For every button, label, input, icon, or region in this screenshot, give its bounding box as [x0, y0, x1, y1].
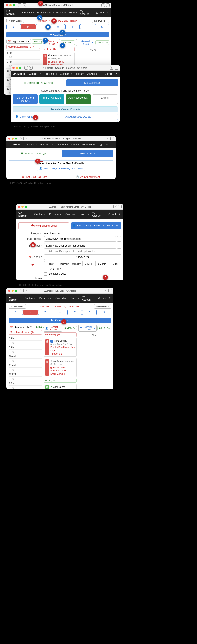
label-send-on: 📅 Send on	[18, 256, 42, 258]
marker-A: A	[37, 15, 42, 20]
add-todo-general[interactable]: Add To Do	[95, 40, 109, 45]
copyright: © 1991-2024 by Baseline Data Systems, In…	[8, 180, 54, 186]
general-todos-header[interactable]: ☰ General To Dos ▾	[76, 39, 94, 46]
select-todo-type-button[interactable]: ☰Select To Do Type	[8, 150, 60, 157]
add-desc-checkbox[interactable]	[44, 250, 47, 253]
seg-1week[interactable]: 1 Week	[82, 261, 96, 266]
reload-icon[interactable]: ↻	[23, 4, 26, 7]
day-sun[interactable]: S	[6, 24, 21, 29]
next-week-button[interactable]: next week >	[92, 19, 109, 23]
nav-help[interactable]: ?	[106, 11, 109, 14]
day-thu[interactable]: T	[65, 24, 80, 29]
email-input[interactable]	[44, 236, 116, 242]
linkedin-icon: in	[50, 340, 53, 342]
back-icon[interactable]: ←	[24, 66, 28, 70]
calendar-icon: 📅	[28, 256, 32, 258]
label-assign-to: Assign To	[18, 232, 42, 235]
contact-header-button[interactable]: 👤Vern Cowley - Rosenberg Truck Parts	[71, 222, 121, 229]
seg-today[interactable]: Today	[44, 261, 57, 266]
marker-C: C	[60, 30, 65, 35]
label-email: Email Address	[18, 238, 42, 240]
add-new-contact-button[interactable]: Add New Contact	[66, 94, 91, 104]
value-assign-to[interactable]: Alan Eastwood	[44, 232, 121, 235]
nav-calendar[interactable]: Calendar▼	[52, 11, 67, 14]
copyright: © 1991-2024 by Baseline Data Systems, In…	[12, 123, 59, 130]
appointments-header[interactable]: 📅 Appointments ▾	[8, 325, 33, 329]
current-date: Monday - November 25, 2024 (today)	[28, 305, 93, 308]
copyright: © 1991-2024 by Baseline Data Systems, In…	[17, 282, 64, 288]
cancel-button[interactable]: Cancel	[92, 94, 118, 104]
date-segments: Today Tomorrow Monday 1 Week 1 Month +1 …	[44, 261, 121, 266]
app-navbar: OA Mobile Contacts▼ Prospects▼ Calendar▼…	[11, 71, 120, 77]
marker-line	[40, 161, 43, 162]
marker-3: 3	[33, 115, 38, 120]
none-label: None	[76, 47, 109, 51]
desc-dropdown[interactable]: ▾	[117, 243, 121, 248]
more-icon[interactable]: ⋯	[106, 4, 110, 7]
window-chrome: ←↻ OA Mobile - Day View - OA Mobile ⇧⋯	[6, 288, 114, 294]
seg-plus1day[interactable]: +1 day	[108, 261, 121, 266]
window-chrome: ←↻ OA Mobile - Select To Do Type - OA Mo…	[6, 136, 116, 142]
arrow-down-icon	[31, 264, 34, 266]
info-text: Select a contact, if any, for the New To…	[11, 88, 120, 93]
select-todo-contact-button[interactable]: ☰Select To Do Contact	[13, 79, 64, 86]
label-notes: Notes	[18, 277, 42, 280]
my-calendar-bar[interactable]: My Calendar▼	[6, 32, 109, 38]
more-icon[interactable]: ⋯	[115, 66, 118, 70]
window-chrome: ←↻ OA Mobile - New Pending Email - OA Mo…	[16, 204, 123, 210]
prev-week-button[interactable]: < prev week	[6, 19, 24, 23]
seg-1month[interactable]: 1 Month	[95, 261, 108, 266]
seg-monday[interactable]: Monday	[70, 261, 83, 266]
seg-tomorrow[interactable]: Tomorrow	[57, 261, 70, 266]
right-actions: 🕑Add Appointment 📋Add Task To Do	[62, 174, 114, 179]
add-appointment[interactable]: 🕑Add Appointment	[76, 176, 100, 178]
clock-icon: 🕑	[76, 176, 79, 178]
my-calendar-button[interactable]: My Calendar	[62, 150, 114, 157]
day-tabs: S M T W T F S	[6, 24, 109, 29]
next-week-button[interactable]: next week >	[94, 304, 111, 308]
contact-chip[interactable]: 👤Vern Cowley - Rosenberg Truck Parts	[37, 166, 85, 171]
current-date: Monday - November 25, 2024 (today)	[25, 20, 90, 22]
todo-card-chris[interactable]: @ Chris Jones Insurance Brokers, Inc. ! …	[44, 358, 77, 377]
label-description: Description	[18, 244, 42, 247]
email-dropdown[interactable]: ▾	[117, 236, 121, 242]
for-today-pill[interactable]: For Today (1) ▾	[42, 47, 74, 52]
appointments-header[interactable]: 📅 Appointments ▾	[6, 39, 31, 44]
warning-icon: !	[48, 61, 50, 63]
contact-row[interactable]: 👤Chris Jones Insurance Brokers, Inc.	[13, 114, 118, 120]
marker-6: 6	[103, 275, 108, 280]
prev-week-button[interactable]: < prev week	[8, 304, 26, 308]
day-mon[interactable]: M	[21, 24, 36, 29]
left-actions: ☎Set Next Call Date @Set Next Email Date…	[8, 174, 60, 179]
person-icon: 👤	[15, 115, 18, 118]
missed-appts[interactable]: Missed Appointments (1) ▼	[6, 44, 40, 49]
share-icon[interactable]: ⇧	[102, 4, 105, 7]
day-sat[interactable]: S	[95, 24, 109, 29]
action-info: Select the action for the New To Do with…	[8, 160, 114, 172]
search-contacts-button[interactable]: Search Contacts	[40, 94, 64, 104]
set-next-call-date[interactable]: ☎Set Next Call Date	[22, 176, 47, 178]
my-calendar-bar[interactable]: My Calendar▼	[8, 318, 111, 323]
new-pending-email-button[interactable]: @New Pending Email	[18, 222, 69, 229]
contact-row[interactable]: inChristy Sanders BGM	[13, 121, 118, 122]
person-icon: 👤	[39, 167, 42, 170]
nav-notes[interactable]: Notes▼	[68, 11, 78, 14]
description-input[interactable]	[44, 243, 116, 248]
todo-card-vern[interactable]: @ in Vern Cowley Rosenberg Truck Parts E…	[44, 338, 77, 357]
day-wed[interactable]: W	[51, 24, 65, 29]
nav-prospects[interactable]: Prospects▼	[36, 11, 52, 14]
my-calendar-button[interactable]: My Calendar	[66, 79, 118, 86]
share-icon[interactable]: ⇧	[110, 66, 114, 70]
day-fri[interactable]: F	[80, 24, 94, 29]
set-time-checkbox[interactable]	[44, 268, 47, 271]
nav-contacts[interactable]: Contacts▼	[22, 11, 36, 14]
send-on-input[interactable]	[44, 254, 121, 260]
brand[interactable]: OA Mobile	[6, 10, 19, 16]
notes-input[interactable]	[44, 277, 121, 280]
back-icon[interactable]: ←	[18, 4, 22, 7]
nav-print[interactable]: 🖨 Print	[95, 11, 105, 14]
reload-icon[interactable]: ↻	[29, 66, 32, 70]
nav-myaccount[interactable]: My Account	[79, 9, 94, 16]
do-not-link-button[interactable]: Do not link to a contact	[13, 94, 38, 104]
set-due-checkbox[interactable]	[44, 272, 47, 276]
